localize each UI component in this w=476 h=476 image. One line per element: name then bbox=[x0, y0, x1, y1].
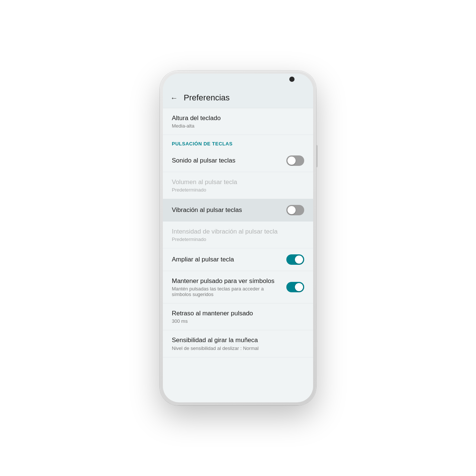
settings-list: Altura del teclado Media-alta Pulsación … bbox=[163, 108, 313, 401]
sound-on-press-item[interactable]: Sonido al pulsar teclas bbox=[163, 149, 313, 172]
vibration-on-press-toggle-thumb bbox=[287, 206, 296, 214]
zoom-on-press-text: Ampliar al pulsar tecla bbox=[172, 255, 286, 264]
wrist-sensitivity-item[interactable]: Sensibilidad al girar la muñeca Nivel de… bbox=[163, 330, 313, 357]
vibration-on-press-toggle[interactable] bbox=[286, 205, 304, 215]
top-navigation-bar: ← Preferencias bbox=[163, 89, 313, 108]
zoom-on-press-toggle-thumb bbox=[295, 255, 303, 264]
keyboard-height-title: Altura del teclado bbox=[172, 114, 300, 122]
wrist-sensitivity-subtitle: Nivel de sensibilidad al deslizar : Norm… bbox=[172, 345, 300, 351]
vibration-intensity-item[interactable]: Intensidad de vibración al pulsar tecla … bbox=[163, 222, 313, 248]
hold-delay-title: Retraso al mantener pulsado bbox=[172, 309, 300, 318]
sound-on-press-toggle[interactable] bbox=[286, 155, 304, 166]
vibration-on-press-title: Vibración al pulsar teclas bbox=[172, 206, 282, 214]
wrist-sensitivity-text: Sensibilidad al girar la muñeca Nivel de… bbox=[172, 336, 304, 351]
zoom-on-press-title: Ampliar al pulsar tecla bbox=[172, 255, 282, 264]
hold-for-symbols-item[interactable]: Mantener pulsado para ver símbolos Manté… bbox=[163, 271, 313, 303]
page-title: Preferencias bbox=[184, 93, 230, 103]
volume-on-press-title: Volumen al pulsar tecla bbox=[172, 178, 300, 186]
vibration-on-press-text: Vibración al pulsar teclas bbox=[172, 206, 286, 214]
sound-on-press-text: Sonido al pulsar teclas bbox=[172, 157, 286, 165]
hold-delay-subtitle: 300 ms bbox=[172, 318, 300, 324]
key-press-section-header: Pulsación de teclas bbox=[163, 135, 313, 149]
back-button[interactable]: ← bbox=[170, 94, 178, 102]
vibration-intensity-title: Intensidad de vibración al pulsar tecla bbox=[172, 228, 300, 236]
volume-on-press-text: Volumen al pulsar tecla Predeterminado bbox=[172, 178, 304, 193]
vibration-intensity-text: Intensidad de vibración al pulsar tecla … bbox=[172, 228, 304, 242]
hold-for-symbols-toggle[interactable] bbox=[286, 282, 304, 292]
keyboard-height-item[interactable]: Altura del teclado Media-alta bbox=[163, 108, 313, 135]
status-bar bbox=[163, 74, 313, 89]
zoom-on-press-toggle[interactable] bbox=[286, 254, 304, 265]
volume-on-press-item[interactable]: Volumen al pulsar tecla Predeterminado bbox=[163, 172, 313, 199]
camera-punch-hole bbox=[289, 77, 295, 82]
sound-on-press-toggle-thumb bbox=[287, 157, 296, 165]
wrist-sensitivity-title: Sensibilidad al girar la muñeca bbox=[172, 336, 300, 344]
hold-for-symbols-subtitle: Mantén pulsadas las teclas para acceder … bbox=[172, 286, 282, 297]
hold-for-symbols-text: Mantener pulsado para ver símbolos Manté… bbox=[172, 277, 286, 297]
vibration-intensity-subtitle: Predeterminado bbox=[172, 237, 300, 242]
phone-frame: ← Preferencias Altura del teclado Media-… bbox=[160, 71, 316, 405]
zoom-on-press-item[interactable]: Ampliar al pulsar tecla bbox=[163, 248, 313, 271]
hold-for-symbols-toggle-thumb bbox=[295, 283, 303, 291]
phone-screen: ← Preferencias Altura del teclado Media-… bbox=[163, 74, 313, 402]
vibration-on-press-item[interactable]: Vibración al pulsar teclas bbox=[163, 199, 313, 222]
hold-for-symbols-title: Mantener pulsado para ver símbolos bbox=[172, 277, 282, 285]
sound-on-press-title: Sonido al pulsar teclas bbox=[172, 157, 282, 165]
volume-on-press-subtitle: Predeterminado bbox=[172, 187, 300, 193]
keyboard-height-text: Altura del teclado Media-alta bbox=[172, 114, 304, 129]
keyboard-height-subtitle: Media-alta bbox=[172, 123, 300, 129]
hold-delay-item[interactable]: Retraso al mantener pulsado 300 ms bbox=[163, 303, 313, 330]
hold-delay-text: Retraso al mantener pulsado 300 ms bbox=[172, 309, 304, 324]
